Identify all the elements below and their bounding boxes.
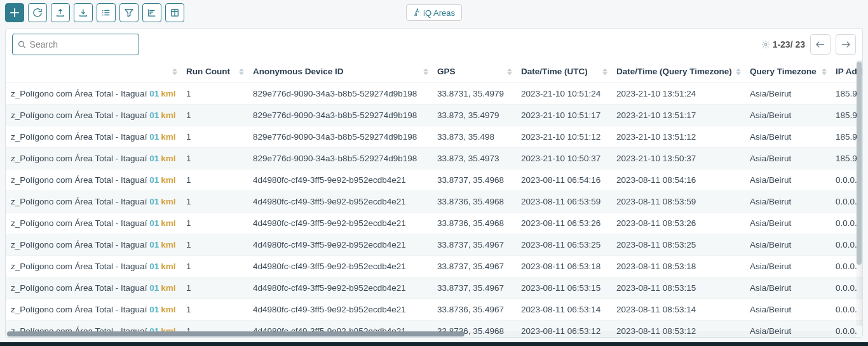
chart-button[interactable]	[142, 3, 161, 22]
list-icon	[102, 8, 111, 17]
cell-gps: 33.8737, 35.4967	[432, 277, 516, 299]
cell-device_id: 829e776d-9090-34a3-b8b5-529274d9b198	[248, 83, 432, 105]
sort-icon[interactable]	[239, 68, 244, 75]
cell-file: z_Polígono com Área Total - Itaguaí 01km…	[6, 126, 181, 148]
column-label: Run Count	[186, 67, 230, 76]
download-icon	[79, 8, 88, 17]
next-button[interactable]	[836, 34, 856, 55]
cell-run_count: 1	[181, 256, 248, 277]
iq-areas-button[interactable]: iQ Areas	[406, 4, 462, 21]
table-row[interactable]: z_Polígono com Área Total - Itaguaí 01km…	[6, 170, 862, 191]
column-header-device_id[interactable]: Anonymous Device ID	[248, 60, 432, 83]
column-header-file[interactable]	[6, 60, 181, 83]
search-input[interactable]	[30, 39, 133, 50]
table-row[interactable]: z_Polígono com Área Total - Itaguaí 01km…	[6, 277, 862, 299]
filter-button[interactable]	[119, 3, 139, 22]
cell-dt_utc: 2023-08-11 06:53:15	[516, 277, 611, 299]
cell-file: z_Polígono com Área Total - Itaguaí 01km…	[6, 83, 181, 105]
cell-device_id: 829e776d-9090-34a3-b8b5-529274d9b198	[248, 126, 432, 148]
horizontal-scrollbar-thumb[interactable]	[7, 331, 465, 336]
table-row[interactable]: z_Polígono com Área Total - Itaguaí 01km…	[6, 83, 862, 105]
arrow-left-icon	[816, 41, 825, 48]
sort-icon[interactable]	[602, 68, 607, 75]
cell-gps: 33.873, 35.498	[432, 126, 516, 148]
cell-run_count: 1	[181, 148, 248, 170]
column-header-gps[interactable]: GPS	[432, 60, 516, 83]
cell-device_id: 4d4980fc-cf49-3ff5-9e92-b952ecdb4e21	[248, 213, 432, 234]
cell-device_id: 829e776d-9090-34a3-b8b5-529274d9b198	[248, 105, 432, 126]
vertical-scrollbar[interactable]	[856, 60, 862, 326]
table-body: z_Polígono com Área Total - Itaguaí 01km…	[6, 83, 862, 338]
refresh-icon	[33, 8, 42, 17]
cell-file: z_Polígono com Área Total - Itaguaí 01km…	[6, 170, 181, 191]
walking-icon	[413, 8, 421, 17]
vertical-scrollbar-thumb[interactable]	[857, 62, 862, 265]
cell-tz: Asia/Beirut	[745, 148, 831, 170]
table-row[interactable]: z_Polígono com Área Total - Itaguaí 01km…	[6, 148, 862, 170]
cell-run_count: 1	[181, 191, 248, 213]
cell-gps: 33.8731, 35.4979	[432, 83, 516, 105]
cell-gps: 33.873, 35.4979	[432, 105, 516, 126]
cell-tz: Asia/Beirut	[745, 83, 831, 105]
cell-tz: Asia/Beirut	[745, 256, 831, 277]
svg-point-5	[19, 41, 24, 46]
cell-tz: Asia/Beirut	[745, 126, 831, 148]
cell-gps: 33.8736, 35.4968	[432, 191, 516, 213]
cell-gps: 33.8737, 35.4967	[432, 256, 516, 277]
column-header-dt_query[interactable]: Date/Time (Query Timezone)	[611, 60, 745, 83]
sort-icon[interactable]	[172, 68, 177, 75]
export-button[interactable]	[51, 3, 70, 22]
cell-dt_utc: 2023-21-10 10:50:37	[516, 148, 611, 170]
table-row[interactable]: z_Polígono com Área Total - Itaguaí 01km…	[6, 105, 862, 126]
sort-icon[interactable]	[822, 68, 827, 75]
arrow-right-icon	[841, 41, 850, 48]
cell-dt_utc: 2023-21-10 10:51:17	[516, 105, 611, 126]
table-row[interactable]: z_Polígono com Área Total - Itaguaí 01km…	[6, 234, 862, 256]
column-header-tz[interactable]: Query Timezone	[745, 60, 831, 83]
cell-file: z_Polígono com Área Total - Itaguaí 01km…	[6, 105, 181, 126]
horizontal-scrollbar[interactable]	[6, 331, 856, 337]
table-button[interactable]	[165, 3, 184, 22]
gear-icon[interactable]	[761, 40, 770, 49]
column-label: Query Timezone	[750, 67, 817, 76]
cell-file: z_Polígono com Área Total - Itaguaí 01km…	[6, 191, 181, 213]
cell-tz: Asia/Beirut	[745, 170, 831, 191]
cell-device_id: 4d4980fc-cf49-3ff5-9e92-b952ecdb4e21	[248, 256, 432, 277]
column-header-run_count[interactable]: Run Count	[181, 60, 248, 83]
cell-run_count: 1	[181, 213, 248, 234]
cell-gps: 33.8736, 35.4967	[432, 299, 516, 321]
column-label: Date/Time (Query Timezone)	[616, 67, 732, 76]
table-row[interactable]: z_Polígono com Área Total - Itaguaí 01km…	[6, 191, 862, 213]
data-table: Run CountAnonymous Device IDGPSDate/Time…	[6, 60, 862, 337]
cell-file: z_Polígono com Área Total - Itaguaí 01km…	[6, 299, 181, 321]
cell-dt_utc: 2023-08-11 06:54:16	[516, 170, 611, 191]
table-row[interactable]: z_Polígono com Área Total - Itaguaí 01km…	[6, 299, 862, 321]
cell-dt_utc: 2023-08-11 06:53:59	[516, 191, 611, 213]
svg-point-0	[102, 10, 104, 11]
prev-button[interactable]	[810, 34, 831, 55]
cell-dt_query: 2023-21-10 13:50:37	[611, 148, 745, 170]
bar-chart-icon	[147, 8, 156, 17]
add-button[interactable]	[5, 3, 24, 22]
column-header-dt_utc[interactable]: Date/Time (UTC)	[516, 60, 611, 83]
table-row[interactable]: z_Polígono com Área Total - Itaguaí 01km…	[6, 256, 862, 277]
cell-tz: Asia/Beirut	[745, 213, 831, 234]
sort-icon[interactable]	[423, 68, 428, 75]
table-container: Run CountAnonymous Device IDGPSDate/Time…	[6, 60, 862, 337]
import-button[interactable]	[74, 3, 93, 22]
table-row[interactable]: z_Polígono com Área Total - Itaguaí 01km…	[6, 213, 862, 234]
sort-icon[interactable]	[507, 68, 512, 75]
list-button[interactable]	[97, 3, 116, 22]
cell-run_count: 1	[181, 170, 248, 191]
search-box[interactable]	[12, 34, 139, 55]
cell-dt_utc: 2023-08-11 06:53:26	[516, 213, 611, 234]
cell-dt_query: 2023-08-11 08:53:26	[611, 213, 745, 234]
cell-device_id: 4d4980fc-cf49-3ff5-9e92-b952ecdb4e21	[248, 277, 432, 299]
search-icon	[18, 40, 26, 49]
upload-icon	[56, 8, 65, 17]
column-label: Anonymous Device ID	[253, 67, 344, 76]
table-row[interactable]: z_Polígono com Área Total - Itaguaí 01km…	[6, 126, 862, 148]
sort-icon[interactable]	[736, 68, 741, 75]
refresh-button[interactable]	[28, 3, 47, 22]
cell-run_count: 1	[181, 83, 248, 105]
